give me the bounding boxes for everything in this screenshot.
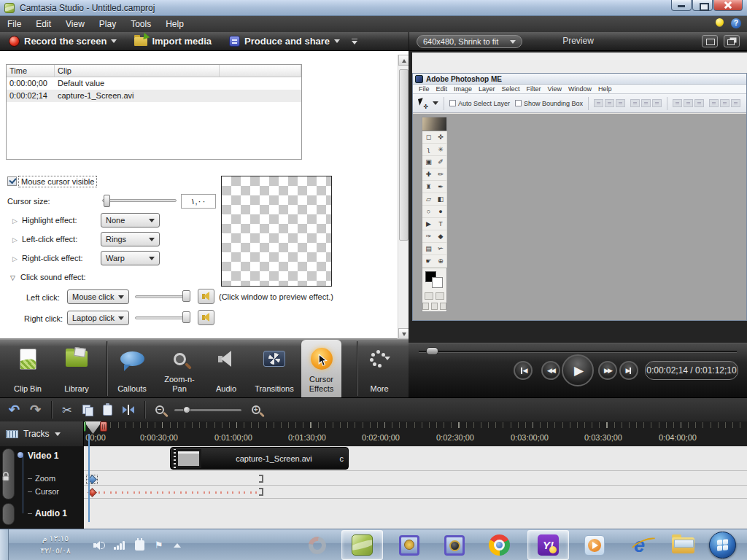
minimize-button[interactable] bbox=[671, 0, 692, 11]
scroll-down-button[interactable] bbox=[398, 328, 409, 339]
taskbar-player-app-button[interactable] bbox=[433, 530, 475, 560]
disclosure-triangle-icon[interactable]: ▷ bbox=[12, 236, 18, 244]
show-desktop-button[interactable] bbox=[0, 529, 9, 560]
fast-forward-button[interactable]: ▶▶ bbox=[598, 361, 617, 380]
zoom-out-button[interactable]: − bbox=[155, 405, 164, 414]
taskbar-explorer-button[interactable] bbox=[662, 530, 704, 560]
skip-to-end-button[interactable]: ▶ bbox=[619, 361, 638, 380]
hidden-icons-chevron[interactable] bbox=[174, 543, 181, 548]
play-button[interactable]: ▶ bbox=[562, 354, 594, 386]
tab-audio[interactable]: Audio bbox=[206, 340, 246, 398]
mouse-cursor-visible-checkbox[interactable] bbox=[7, 176, 17, 186]
column-time[interactable]: Time bbox=[7, 65, 55, 77]
track-name-cursor[interactable]: Cursor bbox=[35, 487, 59, 496]
disclosure-triangle-icon[interactable]: ▷ bbox=[12, 217, 18, 225]
rewind-button[interactable]: ◀◀ bbox=[541, 361, 560, 380]
produce-share-button[interactable]: Produce and share bbox=[220, 32, 349, 50]
zoom-in-button[interactable]: + bbox=[252, 405, 260, 414]
track-name-video1[interactable]: Video 1 bbox=[28, 451, 58, 461]
track-name-audio1[interactable]: Audio 1 bbox=[35, 508, 67, 518]
tab-cursor-effects[interactable]: Cursor Effects bbox=[301, 340, 341, 398]
menu-item[interactable]: Help bbox=[158, 16, 191, 32]
cursor-lane[interactable] bbox=[84, 486, 747, 499]
right-click-effect-dropdown[interactable]: Warp bbox=[101, 251, 160, 265]
tab-zoom-n-pan[interactable]: Zoom-n-Pan bbox=[158, 340, 201, 398]
scrollbar-thumb[interactable] bbox=[399, 69, 409, 241]
mouse-cursor-visible-label[interactable]: Mouse cursor visible bbox=[19, 176, 96, 187]
right-click-volume-slider[interactable] bbox=[135, 316, 187, 319]
network-signal-icon[interactable] bbox=[114, 541, 125, 550]
menu-item[interactable]: File bbox=[0, 16, 28, 32]
menu-item[interactable]: Play bbox=[92, 16, 123, 32]
tab-more[interactable]: More bbox=[359, 340, 400, 398]
cursor-size-slider-thumb[interactable] bbox=[104, 195, 110, 207]
selection-out-handle[interactable] bbox=[100, 421, 107, 432]
left-click-effect-dropdown[interactable]: Rings bbox=[101, 232, 160, 246]
tip-lightbulb-icon[interactable] bbox=[716, 18, 724, 26]
toolbar-overflow-button[interactable] bbox=[352, 39, 357, 44]
seek-thumb[interactable] bbox=[426, 347, 438, 355]
redo-button[interactable]: ↷ bbox=[30, 402, 41, 418]
volume-icon[interactable] bbox=[93, 541, 104, 550]
taskbar-recorder-button[interactable] bbox=[296, 530, 338, 560]
fullscreen-preview-button[interactable] bbox=[702, 35, 718, 47]
start-button[interactable] bbox=[709, 532, 736, 559]
right-click-sound-preview-button[interactable] bbox=[198, 310, 214, 325]
left-click-sound-preview-button[interactable] bbox=[198, 289, 214, 304]
record-screen-button[interactable]: Record the screen bbox=[0, 32, 125, 50]
timeline-ruler[interactable]: 00;000:00:30;000:01:00;000:01:30;000:02:… bbox=[0, 421, 747, 446]
taskbar-ie-button[interactable]: e bbox=[619, 530, 660, 560]
seek-bar[interactable] bbox=[419, 351, 737, 353]
cursor-effect-preview-window[interactable] bbox=[221, 176, 332, 287]
right-click-volume-thumb[interactable] bbox=[182, 311, 190, 323]
left-click-volume-slider[interactable] bbox=[135, 295, 187, 298]
import-media-button[interactable]: Import media bbox=[125, 32, 220, 50]
column-clip[interactable]: Clip bbox=[55, 65, 220, 77]
tab-clip-bin[interactable]: Clip Bin bbox=[4, 340, 51, 398]
action-center-flag-icon[interactable]: ⚑ bbox=[155, 540, 163, 551]
restore-button[interactable] bbox=[692, 0, 713, 11]
copy-button[interactable] bbox=[82, 405, 93, 416]
cursor-size-slider[interactable] bbox=[102, 199, 177, 202]
timeline-clip[interactable]: capture-1_Screen.avi c bbox=[170, 447, 349, 470]
taskbar-media-app-button[interactable] bbox=[388, 530, 430, 560]
left-click-volume-thumb[interactable] bbox=[182, 290, 190, 302]
menu-item[interactable]: Tools bbox=[123, 16, 158, 32]
highlight-effect-dropdown[interactable]: None bbox=[101, 213, 160, 228]
taskbar-camtasia-button[interactable] bbox=[341, 530, 383, 560]
track-name-zoom[interactable]: Zoom bbox=[35, 474, 55, 483]
disclosure-triangle-icon[interactable]: ▷ bbox=[12, 255, 18, 262]
close-button[interactable] bbox=[713, 0, 743, 11]
help-icon[interactable]: ? bbox=[731, 18, 741, 28]
taskbar-chrome-button[interactable] bbox=[479, 530, 520, 560]
undo-button[interactable]: ↶ bbox=[9, 402, 20, 418]
timeline-zoom-thumb[interactable] bbox=[183, 406, 190, 413]
panel-scrollbar[interactable] bbox=[398, 55, 409, 339]
tab-transitions[interactable]: Transitions bbox=[249, 340, 300, 398]
lock-icon[interactable] bbox=[1, 471, 11, 482]
scroll-up-button[interactable] bbox=[398, 55, 409, 66]
tab-callouts[interactable]: Callouts bbox=[109, 340, 155, 398]
taskbar-yahoo-button[interactable]: Y! bbox=[527, 530, 569, 560]
detach-preview-button[interactable] bbox=[724, 35, 740, 47]
paste-button[interactable] bbox=[103, 405, 112, 416]
table-row[interactable]: 0:00:00;00 Default value bbox=[7, 77, 301, 90]
skip-to-start-button[interactable]: ◀ bbox=[514, 361, 533, 380]
video1-lane[interactable]: capture-1_Screen.avi c bbox=[84, 446, 747, 471]
playhead-line[interactable] bbox=[88, 434, 90, 522]
taskbar-wmp-button[interactable] bbox=[573, 530, 615, 560]
audio-group-handle[interactable] bbox=[2, 503, 15, 525]
menu-item[interactable]: View bbox=[58, 16, 92, 32]
disclosure-triangle-open-icon[interactable]: ▽ bbox=[10, 274, 15, 281]
cut-button[interactable]: ✂ bbox=[62, 403, 71, 417]
cursor-size-value[interactable]: ١,٠٠ bbox=[181, 194, 216, 209]
power-plug-icon[interactable] bbox=[135, 540, 144, 551]
zoom-lane[interactable] bbox=[84, 472, 747, 486]
timeline-zoom-slider[interactable] bbox=[174, 409, 241, 411]
tab-library[interactable]: Library bbox=[54, 340, 99, 398]
left-click-sound-dropdown[interactable]: Mouse click bbox=[67, 289, 129, 304]
taskbar-clock[interactable]: ١٢:١٥ م ٣٢/٠٥/٠٨ bbox=[22, 532, 89, 557]
right-click-sound-dropdown[interactable]: Laptop click bbox=[67, 311, 129, 325]
split-button[interactable] bbox=[123, 405, 134, 415]
menu-item[interactable]: Edit bbox=[28, 16, 58, 32]
